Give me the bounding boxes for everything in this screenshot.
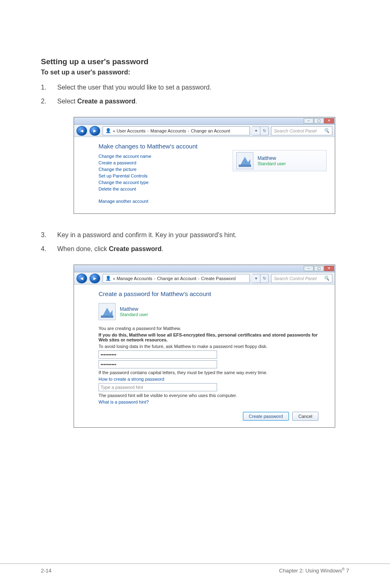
step-bold: Create a password (77, 98, 135, 105)
password-field[interactable]: •••••••••• (99, 350, 217, 359)
address-bar[interactable]: 👤 « Manage Accounts› Change an Account› … (103, 274, 250, 283)
search-input[interactable]: Search Control Panel 🔍 (271, 126, 332, 135)
window-content: Make changes to Matthew's account Change… (74, 137, 335, 213)
user-name: Matthew (120, 306, 148, 312)
warning-text: If you do this, Matthew will lose all EF… (99, 332, 323, 342)
step-number: 3. (41, 230, 57, 240)
step-post: . (161, 245, 163, 252)
breadcrumb[interactable]: Change an Account (157, 276, 196, 281)
link-parental-controls[interactable]: Set up Parental Controls (99, 173, 220, 178)
breadcrumb[interactable]: « User Accounts (113, 128, 146, 133)
confirm-password-field[interactable]: •••••••••• (99, 360, 217, 368)
avatar (99, 303, 116, 320)
content-title: Create a password for Matthew's account (99, 290, 323, 297)
breadcrumb[interactable]: Change an Account (191, 128, 230, 133)
cancel-button[interactable]: Cancel (292, 412, 318, 421)
chapter-post: 7 (345, 568, 349, 574)
close-button[interactable]: ✕ (324, 266, 334, 271)
avatar-icon (237, 153, 253, 168)
password-value: •••••••••• (101, 352, 117, 357)
step-number: 1. (41, 83, 57, 92)
breadcrumb[interactable]: Create Password (201, 276, 235, 281)
step-pre: Select (57, 98, 77, 105)
section-title: Setting up a user's password (41, 57, 349, 66)
avoid-note: To avoid losing data in the future, ask … (99, 344, 323, 349)
create-password-button[interactable]: Create password (243, 412, 289, 421)
caps-note: If the password contains capital letters… (99, 370, 323, 375)
window-titlebar: – ▢ ✕ (74, 265, 335, 272)
link-strong-password[interactable]: How to create a strong password (99, 377, 323, 382)
step-text: Key in a password and confirm it. Key in… (57, 230, 237, 240)
avatar (236, 152, 253, 169)
step-text: Select the user that you would like to s… (57, 83, 211, 92)
step-number: 2. (41, 97, 57, 106)
user-name: Matthew (258, 155, 286, 161)
password-hint-field[interactable]: Type a password hint (99, 383, 217, 391)
forward-button[interactable]: ► (90, 274, 100, 283)
link-delete-account[interactable]: Delete the account (99, 186, 220, 191)
back-button[interactable]: ◄ (76, 126, 87, 136)
step-pre: When done, click (57, 245, 109, 252)
minimize-button[interactable]: – (304, 118, 314, 123)
user-role: Standard user (120, 312, 148, 317)
step-post: . (135, 98, 137, 105)
creating-note: You are creating a password for Matthew. (99, 326, 323, 331)
search-icon: 🔍 (324, 128, 329, 133)
link-change-type[interactable]: Change the account type (99, 180, 220, 185)
steps-list-1: 1. Select the user that you would like t… (41, 83, 349, 106)
link-create-password[interactable]: Create a password (99, 160, 220, 165)
page-footer: 2-14 Chapter 2: Using Windows® 7 (0, 563, 390, 586)
search-input[interactable]: Search Control Panel 🔍 (271, 274, 332, 283)
window-content: Create a password for Matthew's account … (74, 285, 335, 427)
maximize-button[interactable]: ▢ (314, 118, 324, 123)
steps-list-2: 3. Key in a password and confirm it. Key… (41, 230, 349, 254)
section-subhead: To set up a user's password: (41, 69, 349, 76)
link-change-name[interactable]: Change the account name (99, 154, 220, 159)
breadcrumb[interactable]: « Manage Accounts (113, 276, 152, 281)
user-role: Standard user (258, 161, 286, 166)
step-text: When done, click Create password. (57, 244, 164, 254)
chapter-label: Chapter 2: Using Windows® 7 (279, 567, 349, 574)
link-what-is-hint[interactable]: What is a password hint? (99, 399, 323, 404)
refresh-button[interactable]: ↻ (260, 126, 269, 135)
forward-button[interactable]: ► (90, 126, 100, 136)
back-button[interactable]: ◄ (76, 274, 87, 283)
dropdown-button[interactable]: ▾ (252, 274, 260, 283)
nav-toolbar: ◄ ► 👤 « User Accounts› Manage Accounts› … (74, 125, 335, 137)
user-card: Matthew Standard user (233, 150, 327, 171)
page-body: Setting up a user's password To set up a… (0, 0, 390, 563)
screenshot-change-account: – ▢ ✕ ◄ ► 👤 « User Accounts› Manage Acco… (74, 117, 335, 214)
hint-note: The password hint will be visible to eve… (99, 393, 323, 398)
chapter-pre: Chapter 2: Using Windows (279, 568, 342, 574)
password-value: •••••••••• (101, 362, 117, 367)
folder-icon: 👤 (105, 276, 111, 281)
svg-rect-3 (101, 316, 113, 318)
link-change-picture[interactable]: Change the picture (99, 167, 220, 172)
breadcrumb[interactable]: Manage Accounts (150, 128, 186, 133)
maximize-button[interactable]: ▢ (314, 266, 324, 271)
search-icon: 🔍 (324, 276, 329, 281)
window-titlebar: – ▢ ✕ (74, 117, 335, 125)
step-text: Select Create a password. (57, 97, 137, 106)
search-placeholder: Search Control Panel (274, 276, 317, 281)
avatar-icon (99, 304, 115, 319)
minimize-button[interactable]: – (304, 266, 314, 271)
step-number: 4. (41, 244, 57, 254)
page-number: 2-14 (41, 568, 52, 574)
svg-rect-1 (239, 165, 251, 167)
hint-placeholder: Type a password hint (101, 385, 143, 390)
folder-icon: 👤 (105, 128, 111, 133)
content-title: Make changes to Matthew's account (99, 143, 220, 150)
search-placeholder: Search Control Panel (274, 128, 317, 133)
address-bar[interactable]: 👤 « User Accounts› Manage Accounts› Chan… (103, 126, 250, 135)
dropdown-button[interactable]: ▾ (252, 126, 260, 135)
refresh-button[interactable]: ↻ (260, 274, 269, 283)
nav-toolbar: ◄ ► 👤 « Manage Accounts› Change an Accou… (74, 272, 335, 285)
link-manage-another[interactable]: Manage another account (99, 199, 220, 204)
close-button[interactable]: ✕ (324, 118, 334, 123)
screenshot-create-password: – ▢ ✕ ◄ ► 👤 « Manage Accounts› Change an… (74, 265, 335, 428)
step-bold: Create password (109, 245, 161, 252)
